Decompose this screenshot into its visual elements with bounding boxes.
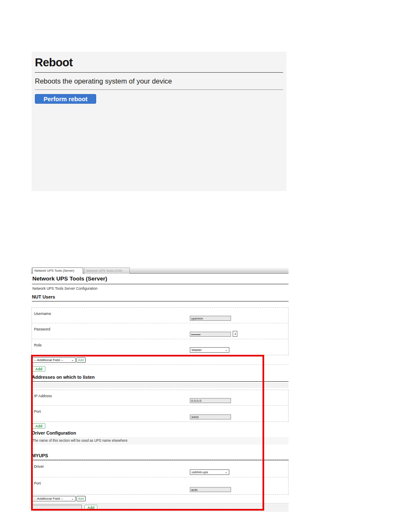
driver-port-label: Port — [34, 481, 41, 485]
driver-select-value: usbhid-ups — [192, 470, 208, 474]
additional-field-select[interactable]: -- Additional Field -- ⌄ — [32, 357, 76, 363]
driver-port-input[interactable] — [190, 487, 231, 492]
additional-field-add-button[interactable]: Add — [76, 496, 86, 501]
reboot-title: Reboot — [35, 56, 73, 69]
username-input[interactable] — [190, 316, 231, 321]
additional-field-add-button[interactable]: Add — [76, 357, 86, 363]
tab-bar: Network UPS Tools (Server) Network UPS T… — [31, 267, 289, 274]
reboot-description: Reboots the operating system of your dev… — [35, 77, 172, 85]
form-row-driver: Driver usbhid-ups ⌄ — [32, 461, 288, 477]
section-heading-listen: Addresses on which to listen — [32, 375, 289, 382]
section-heading-ups-name: MYUPS — [32, 453, 289, 460]
listen-port-label: Port — [34, 409, 41, 414]
password-input[interactable] — [190, 332, 231, 337]
divider — [35, 72, 283, 73]
form-row-role: Role Master ⌄ — [32, 339, 288, 355]
chevron-down-icon: ⌄ — [225, 471, 228, 474]
new-section-name-input[interactable] — [32, 505, 82, 510]
dot-icon — [235, 333, 236, 335]
additional-field-select-value: -- Additional Field -- — [34, 358, 63, 362]
additional-field-select-value: -- Additional Field -- — [34, 497, 63, 501]
divider — [31, 364, 289, 365]
driver-label: Driver — [34, 464, 44, 469]
additional-field-row: -- Additional Field -- ⌄ Add — [32, 357, 86, 363]
form-row-ip-address: IP Address — [32, 390, 288, 406]
driver-select[interactable]: usbhid-ups ⌄ — [190, 469, 229, 475]
username-label: Username — [34, 312, 51, 316]
driver-config-note-row: The name of this section will be used as… — [31, 437, 289, 445]
chevron-down-icon: ⌄ — [71, 498, 74, 500]
tab-nut-cgi[interactable]: Network UPS Tools (CGI) — [84, 267, 130, 274]
add-listen-address-button[interactable]: Add — [32, 423, 45, 429]
password-label: Password — [34, 327, 50, 331]
nut-users-fieldset: Username Password Role Master ⌄ — [32, 307, 289, 355]
form-row-password: Password — [32, 323, 288, 339]
section-description-band — [31, 383, 289, 388]
role-select[interactable]: Master ⌄ — [190, 347, 229, 353]
additional-field-row: -- Additional Field -- ⌄ Add — [32, 496, 86, 501]
page: Reboot Reboots the operating system of y… — [0, 0, 399, 532]
myups-fieldset: Driver usbhid-ups ⌄ Port — [32, 460, 289, 495]
section-heading-nut-users: NUT Users — [32, 294, 289, 301]
tab-nut-server[interactable]: Network UPS Tools (Server) — [32, 267, 83, 274]
role-label: Role — [34, 343, 42, 347]
password-reveal-button[interactable] — [233, 331, 237, 337]
form-row-driver-port: Port — [32, 477, 288, 494]
listen-port-input[interactable] — [190, 414, 231, 419]
driver-config-note: The name of this section will be used as… — [32, 439, 128, 443]
add-nut-user-button[interactable]: Add — [32, 366, 45, 372]
form-row-username: Username — [32, 308, 288, 323]
ip-address-input[interactable] — [190, 398, 231, 403]
reboot-panel: Reboot Reboots the operating system of y… — [32, 52, 286, 191]
divider — [32, 284, 289, 284]
divider — [35, 89, 283, 90]
perform-reboot-button[interactable]: Perform reboot — [35, 94, 96, 104]
ip-address-label: IP Address — [34, 394, 52, 398]
add-section-button[interactable]: Add — [84, 505, 97, 510]
section-heading-driver-config: Driver Configuration — [32, 430, 289, 438]
chevron-down-icon: ⌄ — [71, 359, 74, 362]
chevron-down-icon: ⌄ — [225, 349, 228, 351]
new-section-row: Add — [31, 503, 289, 512]
nut-config-page: Network UPS Tools (Server) Network UPS T… — [31, 267, 289, 512]
page-subtitle: Network UPS Tools Server Configuration — [32, 286, 97, 291]
page-title: Network UPS Tools (Server) — [32, 275, 107, 282]
form-row-port: Port — [32, 406, 288, 422]
additional-field-select[interactable]: -- Additional Field -- ⌄ — [32, 496, 76, 501]
listen-fieldset: IP Address Port — [32, 390, 289, 422]
role-select-value: Master — [192, 348, 202, 352]
